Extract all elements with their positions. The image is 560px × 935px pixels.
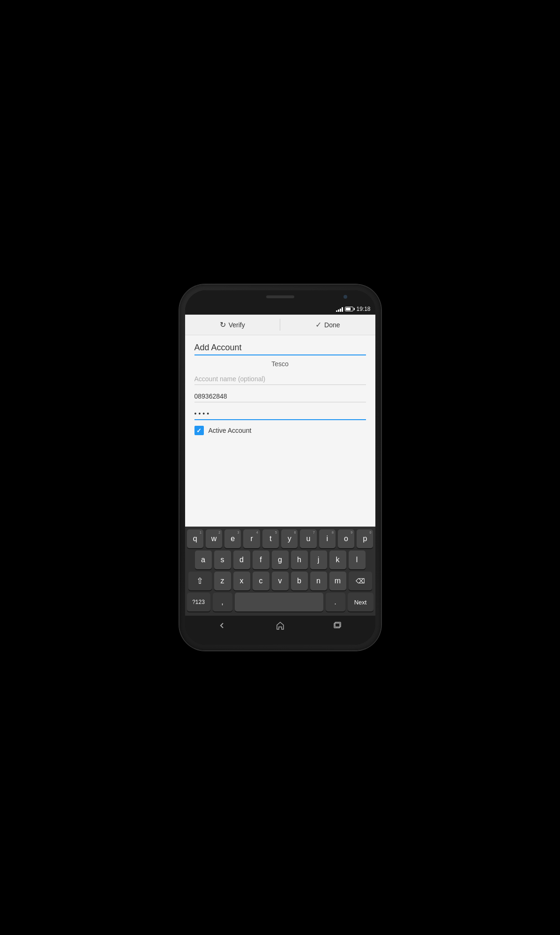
- key-d[interactable]: d: [233, 550, 250, 569]
- key-b[interactable]: b: [291, 572, 308, 590]
- key-g[interactable]: g: [272, 550, 289, 569]
- key-next[interactable]: Next: [348, 593, 373, 611]
- signal-icon: [336, 306, 343, 312]
- key-comma[interactable]: ,: [213, 593, 232, 611]
- status-time: 19:18: [356, 306, 370, 312]
- keyboard-row-3: ⇧ z x c v b n m ⌫: [187, 572, 373, 590]
- keyboard: 1q 2w 3e 4r 5t 6y 7u 8i 9o 0p a s d f: [185, 527, 375, 616]
- account-name-input[interactable]: [194, 373, 366, 385]
- nav-bar: [185, 616, 375, 635]
- key-p[interactable]: 0p: [357, 529, 373, 548]
- key-r[interactable]: 4r: [243, 529, 260, 548]
- form-title: Add Account: [194, 343, 366, 353]
- phone-top-bar: [185, 290, 375, 303]
- key-n[interactable]: n: [310, 572, 327, 590]
- key-a[interactable]: a: [195, 550, 212, 569]
- key-e[interactable]: 3e: [224, 529, 241, 548]
- status-bar: 19:18: [185, 303, 375, 315]
- key-v[interactable]: v: [272, 572, 289, 590]
- action-bar: ↻ Verify ✓ Done: [185, 315, 375, 335]
- key-t[interactable]: 5t: [262, 529, 279, 548]
- key-period[interactable]: .: [326, 593, 345, 611]
- key-x[interactable]: x: [233, 572, 250, 590]
- form-title-underline: [194, 354, 366, 355]
- back-button[interactable]: [214, 618, 232, 633]
- account-number-input[interactable]: [194, 391, 366, 402]
- checkmark-icon: ✓: [315, 320, 321, 329]
- camera: [343, 295, 347, 299]
- account-number-field: [194, 391, 366, 402]
- phone-screen: 19:18 ↻ Verify ✓ Done Add Account: [185, 290, 375, 645]
- verify-label: Verify: [229, 321, 245, 329]
- key-w[interactable]: 2w: [206, 529, 222, 548]
- keyboard-row-2: a s d f g h j k l: [187, 550, 373, 569]
- key-y[interactable]: 6y: [281, 529, 298, 548]
- password-field: ••••: [194, 408, 366, 420]
- key-delete[interactable]: ⌫: [349, 572, 372, 590]
- battery-icon: [345, 307, 353, 311]
- key-q[interactable]: 1q: [187, 529, 203, 548]
- key-z[interactable]: z: [214, 572, 231, 590]
- key-l[interactable]: l: [349, 550, 366, 569]
- key-j[interactable]: j: [310, 550, 327, 569]
- form-area: Add Account Tesco •••• ✓ Active: [185, 335, 375, 527]
- verify-button[interactable]: ↻ Verify: [185, 315, 280, 335]
- active-account-row: ✓ Active Account: [194, 426, 366, 435]
- active-account-label: Active Account: [209, 427, 252, 434]
- key-u[interactable]: 7u: [300, 529, 316, 548]
- active-account-checkbox[interactable]: ✓: [194, 426, 204, 435]
- home-button[interactable]: [271, 618, 290, 633]
- refresh-icon: ↻: [220, 320, 226, 329]
- key-k[interactable]: k: [329, 550, 346, 569]
- speaker: [266, 295, 294, 298]
- screen-content: ↻ Verify ✓ Done Add Account Tesco: [185, 315, 375, 645]
- done-label: Done: [324, 321, 340, 329]
- key-o[interactable]: 9o: [338, 529, 354, 548]
- provider-name: Tesco: [194, 360, 366, 368]
- checkbox-checkmark-icon: ✓: [196, 427, 202, 434]
- recents-button[interactable]: [328, 618, 347, 633]
- account-name-field: [194, 373, 366, 385]
- key-m[interactable]: m: [329, 572, 346, 590]
- keyboard-row-4: ?123 , . Next: [187, 593, 373, 611]
- key-shift[interactable]: ⇧: [188, 572, 212, 590]
- phone-bottom-bar: [185, 635, 375, 645]
- done-button[interactable]: ✓ Done: [280, 315, 375, 335]
- key-h[interactable]: h: [291, 550, 308, 569]
- key-space[interactable]: [235, 593, 323, 611]
- key-num[interactable]: ?123: [187, 593, 210, 611]
- key-f[interactable]: f: [253, 550, 269, 569]
- status-icons: 19:18: [336, 306, 370, 312]
- keyboard-row-1: 1q 2w 3e 4r 5t 6y 7u 8i 9o 0p: [187, 529, 373, 548]
- key-i[interactable]: 8i: [319, 529, 336, 548]
- key-c[interactable]: c: [253, 572, 269, 590]
- password-input[interactable]: ••••: [194, 408, 366, 420]
- key-s[interactable]: s: [214, 550, 231, 569]
- phone-device: 19:18 ↻ Verify ✓ Done Add Account: [179, 285, 381, 650]
